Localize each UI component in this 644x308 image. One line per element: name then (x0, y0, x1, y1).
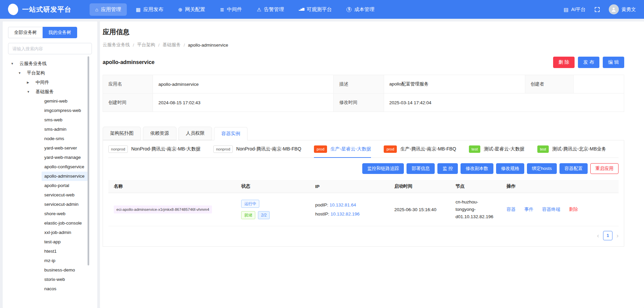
tree-item-imgcompress-web[interactable]: imgcompress-web (8, 106, 88, 115)
column-header-IP: IP (310, 180, 389, 193)
column-header-状态: 状态 (236, 180, 310, 193)
tree-item-基础服务[interactable]: ▼基础服务 (8, 87, 88, 97)
tree-item-xxl-job-admin[interactable]: xxl-job-admin (8, 228, 88, 237)
next-page-button[interactable]: › (616, 233, 619, 239)
ready-count-badge: 2/2 (258, 211, 270, 219)
monitoring-trace-button[interactable]: 监控和链路追踪 (362, 163, 404, 174)
sidebar-scrollbar[interactable] (88, 56, 89, 265)
container-config-button[interactable]: 容器配置 (559, 163, 588, 174)
status-ready-badge: 就绪 (241, 211, 255, 219)
deploy-info-button[interactable]: 部署信息 (407, 163, 435, 174)
container-terminal-link[interactable]: 容器终端 (542, 207, 560, 212)
bind-hosts-button[interactable]: 绑定hosts (527, 163, 557, 174)
user-menu[interactable]: 黄勇文 (609, 4, 636, 14)
modify-replicas-button[interactable]: 修改副本数 (461, 163, 493, 174)
column-header-启动时间: 启动时间 (389, 180, 450, 193)
monitor-button[interactable]: 监 控 (437, 163, 458, 174)
tree-item-apollo-adminservice[interactable]: apollo-adminservice (8, 172, 88, 181)
search-input[interactable] (8, 43, 92, 54)
env-badge-prod: prod (314, 145, 327, 153)
events-link[interactable]: 事件 (524, 207, 533, 212)
tree-item-mz-ip[interactable]: mz-ip (8, 256, 88, 265)
delete-button[interactable]: 删除 (553, 57, 575, 68)
ai-platform-icon: ▤ (564, 7, 569, 12)
pod-ip-link[interactable]: 10.132.81.64 (330, 202, 356, 207)
app-info-table: 应用名 apollo-adminservice 描述 apollo配置管理服务 … (103, 75, 624, 112)
tree-item-label: nacos (42, 284, 88, 294)
sidebar-tab-all-tree[interactable]: 全部业务树 (8, 27, 43, 38)
prev-page-button[interactable]: ‹ (597, 233, 599, 239)
tree-item-平台架构[interactable]: ▼平台架构 (8, 68, 88, 78)
tree-item-label: shore-web (42, 209, 88, 219)
nav-item-gateway-config[interactable]: ⊕网关配置 (172, 3, 211, 16)
ai-platform-label: AI平台 (571, 6, 586, 13)
nav-item-ai-platform[interactable]: ▤ AI平台 (564, 6, 586, 13)
tree-item-apollo-portal[interactable]: apollo-portal (8, 181, 88, 190)
nav-item-alert-manage[interactable]: ⚠告警管理 (251, 3, 289, 16)
tree-item-servicecut-web[interactable]: servicecut-web (8, 190, 88, 200)
nav-item-middleware[interactable]: ≣中间件 (214, 3, 248, 16)
logo-icon (7, 3, 19, 16)
tree-item-label: sms-web (42, 115, 88, 125)
breadcrumb-item[interactable]: 平台架构 (137, 42, 155, 48)
nav-item-app-manage[interactable]: ⌂应用管理 (90, 3, 127, 16)
tree-item-htest1[interactable]: htest1 (8, 247, 88, 256)
caret-right-icon[interactable]: ▶ (27, 78, 33, 86)
restart-app-button[interactable]: 重启应用 (590, 163, 619, 174)
tree-item-business-demo[interactable]: business-demo (8, 265, 88, 275)
breadcrumb-item[interactable]: 基础服务 (163, 42, 181, 48)
tree-item-label: 中间件 (33, 78, 88, 87)
tree-item-servicecut-admin[interactable]: servicecut-admin (8, 200, 88, 209)
publish-button[interactable]: 发布 (578, 57, 599, 68)
caret-down-icon[interactable]: ▼ (11, 59, 17, 67)
tab-dependencies[interactable]: 依赖资源 (143, 127, 176, 140)
env-tab-3[interactable]: prod生产-腾讯云-南京-MB-FBQ (384, 140, 456, 158)
container-link[interactable]: 容器 (506, 207, 516, 212)
tree-item-label: htest1 (42, 247, 88, 256)
tree-item-elastic-job-console[interactable]: elastic-job-console (8, 219, 88, 228)
tree-item-nacos[interactable]: nacos (8, 284, 88, 294)
tree-item-label: 平台架构 (24, 68, 88, 78)
fullscreen-icon[interactable] (594, 7, 600, 12)
delete-instance-link[interactable]: 删除 (569, 207, 578, 212)
created-label: 创建时间 (103, 94, 153, 112)
tree-item-label: test-app (42, 237, 88, 247)
tree-item-sms-web[interactable]: sms-web (8, 115, 88, 125)
env-tab-4[interactable]: test测试-星睿云-大数据 (469, 140, 525, 158)
sidebar-tab-my-tree[interactable]: 我的业务树 (43, 27, 77, 38)
cost-icon: $ (346, 7, 352, 12)
tree-item-node-sms[interactable]: node-sms (8, 134, 88, 143)
tree-item-yard-web-manage[interactable]: yard-web-manage (8, 153, 88, 162)
env-tab-0[interactable]: nonprodNonProd-腾讯云-南京-MB-大数据 (108, 140, 201, 158)
tab-instances[interactable]: 容器实例 (214, 127, 248, 140)
tab-topology[interactable]: 架构拓扑图 (103, 127, 141, 140)
nav-item-cost-manage[interactable]: $成本管理 (341, 3, 380, 16)
tree-item-test-app[interactable]: test-app (8, 237, 88, 247)
tree-item-apollo-configservice[interactable]: apollo-configservice (8, 162, 88, 172)
navbar-right: ▤ AI平台 黄勇文 (564, 4, 636, 14)
page-1-button[interactable]: 1 (603, 231, 612, 240)
env-badge-test: test (537, 145, 549, 153)
breadcrumb-item[interactable]: 云服务业务线 (103, 42, 130, 48)
env-tab-2[interactable]: prod生产-星睿云-大数据 (314, 140, 371, 158)
business-tree: ▼云服务业务线▼平台架构▶中间件▼基础服务gemini-webimgcompre… (8, 59, 92, 294)
caret-down-icon[interactable]: ▼ (18, 68, 24, 77)
env-tab-5[interactable]: test测试-腾讯云-北京-MB业务 (537, 140, 606, 158)
host-ip-row: hostIP: 10.132.82.196 (315, 211, 384, 217)
tree-item-sms-admin[interactable]: sms-admin (8, 125, 88, 134)
tree-item-yard-web-server[interactable]: yard-web-server (8, 143, 88, 153)
env-tab-1[interactable]: nonprodNonProd-腾讯云-南京-MB-FBQ (213, 140, 301, 158)
host-ip-link[interactable]: 10.132.82.196 (331, 211, 360, 217)
nav-item-app-release[interactable]: ▦应用发布 (130, 3, 169, 16)
pod-name-tag[interactable]: eci-apollo-adminservice-x1rjmkx8-8674857… (114, 205, 212, 213)
tree-item-storix-web[interactable]: storix-web (8, 275, 88, 284)
caret-down-icon[interactable]: ▼ (27, 87, 33, 96)
modify-spec-button[interactable]: 修改规格 (496, 163, 524, 174)
edit-button[interactable]: 编辑 (603, 57, 624, 68)
tree-item-gemini-web[interactable]: gemini-web (8, 97, 88, 106)
nav-item-observability[interactable]: ▂▅▇可观测平台 (293, 3, 337, 16)
tab-permissions[interactable]: 人员权限 (178, 127, 212, 140)
tree-item-中间件[interactable]: ▶中间件 (8, 78, 88, 87)
tree-item-shore-web[interactable]: shore-web (8, 209, 88, 219)
tree-item-云服务业务线[interactable]: ▼云服务业务线 (8, 59, 88, 68)
